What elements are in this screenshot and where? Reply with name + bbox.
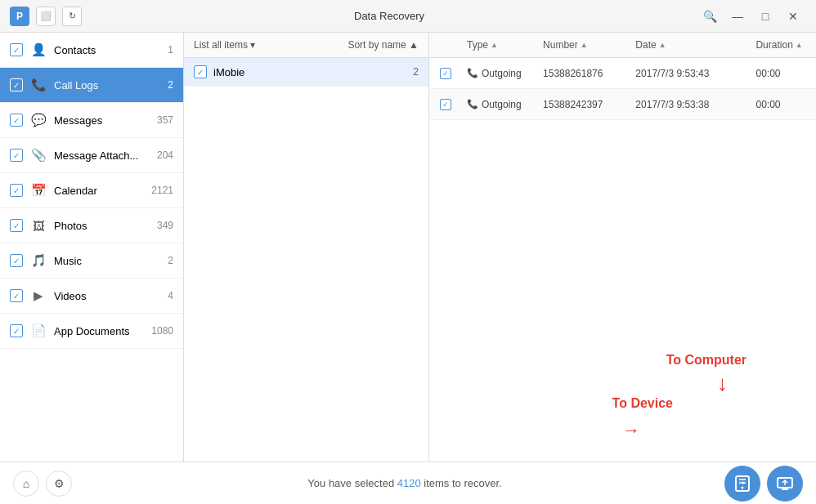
detail-header: Type ▲ Number ▲ Date ▲ Duration ▲ bbox=[429, 33, 816, 58]
sidebar-check-videos[interactable]: ✓ bbox=[10, 289, 23, 302]
sidebar-item-calendar[interactable]: ✓ 📅 Calendar 2121 bbox=[0, 173, 183, 208]
group-header[interactable]: List all items ▾ Sort by name ▲ bbox=[184, 33, 428, 58]
app-documents-icon: 📄 bbox=[29, 322, 47, 340]
list-all-items-label[interactable]: List all items ▾ bbox=[194, 39, 339, 51]
sidebar-count-call-logs: 2 bbox=[168, 79, 173, 91]
row2-duration: 00:00 bbox=[751, 94, 816, 115]
header-number-col[interactable]: Number ▲ bbox=[538, 33, 630, 57]
row1-date: 2017/7/3 9:53:43 bbox=[630, 63, 751, 84]
minimize-button[interactable]: — bbox=[724, 5, 751, 28]
row1-number: 15388261876 bbox=[538, 63, 630, 84]
number-sort-arrow: ▲ bbox=[581, 41, 588, 49]
group-panel: List all items ▾ Sort by name ▲ ✓ iMobie… bbox=[184, 33, 429, 462]
duration-sort-arrow: ▲ bbox=[796, 41, 803, 49]
sidebar-label-photos: Photos bbox=[54, 220, 157, 232]
row1-type: 📞 Outgoing bbox=[462, 63, 538, 84]
content-area: List all items ▾ Sort by name ▲ ✓ iMobie… bbox=[184, 33, 816, 462]
sidebar-check-photos[interactable]: ✓ bbox=[10, 219, 23, 232]
table-row[interactable]: ✓ 📞 Outgoing 15388242397 2017/7/3 9:53:3… bbox=[429, 89, 816, 120]
row1-check[interactable]: ✓ bbox=[429, 68, 462, 79]
sidebar-item-message-attach[interactable]: ✓ 📎 Message Attach... 204 bbox=[0, 138, 183, 173]
sort-by-name-label[interactable]: Sort by name ▲ bbox=[347, 39, 419, 51]
sidebar-label-music: Music bbox=[54, 255, 168, 267]
row2-check[interactable]: ✓ bbox=[429, 99, 462, 110]
sidebar-label-calendar: Calendar bbox=[54, 185, 151, 197]
sidebar-check-app-documents[interactable]: ✓ bbox=[10, 324, 23, 337]
music-icon: 🎵 bbox=[29, 252, 47, 270]
sidebar-check-message-attach[interactable]: ✓ bbox=[10, 149, 23, 162]
group-check-imobie[interactable]: ✓ bbox=[194, 65, 207, 78]
arrow-down-icon: ↓ bbox=[717, 371, 728, 396]
sidebar-label-message-attach: Message Attach... bbox=[54, 149, 157, 162]
row2-date: 2017/7/3 9:53:38 bbox=[630, 94, 751, 115]
row2-type: 📞 Outgoing bbox=[462, 94, 538, 115]
selected-count: 4120 bbox=[397, 477, 421, 489]
table-row[interactable]: ✓ 📞 Outgoing 15388261876 2017/7/3 9:53:4… bbox=[429, 58, 816, 89]
sidebar-item-music[interactable]: ✓ 🎵 Music 2 bbox=[0, 243, 183, 279]
outgoing-call-icon-2: 📞 bbox=[467, 99, 478, 109]
detail-panel: Type ▲ Number ▲ Date ▲ Duration ▲ bbox=[429, 33, 816, 462]
main-area: ✓ 👤 Contacts 1 ✓ 📞 Call Logs 2 ✓ 💬 Messa… bbox=[0, 33, 816, 462]
titlebar: P ⬜ ↻ Data Recovery 🔍 — □ ✕ bbox=[0, 0, 816, 33]
sidebar-count-message-attach: 204 bbox=[157, 149, 173, 161]
sidebar-item-videos[interactable]: ✓ ▶ Videos 4 bbox=[0, 279, 183, 314]
search-button[interactable]: 🔍 bbox=[697, 5, 723, 28]
row1-duration: 00:00 bbox=[751, 63, 816, 84]
sidebar-check-contacts[interactable]: ✓ bbox=[10, 43, 23, 56]
message-attach-icon: 📎 bbox=[29, 146, 47, 164]
to-device-button[interactable] bbox=[724, 466, 760, 502]
sidebar-check-calendar[interactable]: ✓ bbox=[10, 184, 23, 197]
group-item-imobie[interactable]: ✓ iMobie 2 bbox=[184, 58, 428, 87]
contacts-icon: 👤 bbox=[29, 41, 47, 59]
sidebar-label-app-documents: App Documents bbox=[54, 325, 151, 337]
sidebar-label-videos: Videos bbox=[54, 290, 168, 302]
sidebar-item-call-logs[interactable]: ✓ 📞 Call Logs 2 bbox=[0, 68, 183, 103]
arrow-right-icon: → bbox=[622, 420, 640, 441]
sidebar-check-music[interactable]: ✓ bbox=[10, 254, 23, 267]
footer: ⌂ ⚙ You have selected 4120 items to reco… bbox=[0, 462, 816, 504]
to-device-annotation: To Device bbox=[612, 396, 673, 411]
messages-icon: 💬 bbox=[29, 111, 47, 129]
maximize-button[interactable]: □ bbox=[752, 5, 778, 28]
row2-number: 15388242397 bbox=[538, 94, 630, 115]
group-count-imobie: 2 bbox=[413, 66, 419, 78]
calendar-icon: 📅 bbox=[29, 181, 47, 199]
sidebar-item-photos[interactable]: ✓ 🖼 Photos 349 bbox=[0, 208, 183, 243]
sidebar-check-messages[interactable]: ✓ bbox=[10, 114, 23, 127]
header-type-col[interactable]: Type ▲ bbox=[462, 33, 538, 57]
toolbar-icon-2[interactable]: ↻ bbox=[62, 7, 82, 26]
sidebar-item-app-documents[interactable]: ✓ 📄 App Documents 1080 bbox=[0, 314, 183, 349]
sidebar-item-contacts[interactable]: ✓ 👤 Contacts 1 bbox=[0, 33, 183, 68]
date-sort-arrow: ▲ bbox=[659, 41, 666, 49]
svg-point-1 bbox=[742, 486, 744, 488]
window-title: Data Recovery bbox=[82, 10, 697, 22]
to-computer-button[interactable] bbox=[767, 466, 803, 502]
sidebar-count-photos: 349 bbox=[157, 220, 173, 231]
sidebar: ✓ 👤 Contacts 1 ✓ 📞 Call Logs 2 ✓ 💬 Messa… bbox=[0, 33, 184, 462]
sidebar-label-call-logs: Call Logs bbox=[54, 79, 168, 91]
call-logs-icon: 📞 bbox=[29, 76, 47, 94]
videos-icon: ▶ bbox=[29, 287, 47, 305]
sidebar-count-contacts: 1 bbox=[168, 44, 173, 56]
group-label-imobie: iMobie bbox=[213, 66, 413, 78]
sidebar-count-videos: 4 bbox=[168, 290, 173, 301]
header-date-col[interactable]: Date ▲ bbox=[630, 33, 751, 57]
sidebar-label-contacts: Contacts bbox=[54, 44, 168, 56]
app-logo: P bbox=[10, 7, 29, 26]
sidebar-label-messages: Messages bbox=[54, 114, 157, 127]
header-duration-col[interactable]: Duration ▲ bbox=[751, 33, 816, 57]
close-button[interactable]: ✕ bbox=[780, 5, 806, 28]
sidebar-count-calendar: 2121 bbox=[151, 185, 173, 196]
type-sort-arrow: ▲ bbox=[491, 41, 498, 49]
toolbar-icon-1[interactable]: ⬜ bbox=[36, 7, 56, 26]
settings-button[interactable]: ⚙ bbox=[46, 471, 72, 497]
footer-status: You have selected 4120 items to recover. bbox=[85, 477, 724, 489]
sidebar-item-messages[interactable]: ✓ 💬 Messages 357 bbox=[0, 103, 183, 138]
footer-actions bbox=[724, 466, 803, 502]
sidebar-count-music: 2 bbox=[168, 255, 173, 266]
to-computer-annotation: To Computer bbox=[666, 353, 747, 368]
home-button[interactable]: ⌂ bbox=[13, 471, 39, 497]
photos-icon: 🖼 bbox=[29, 216, 47, 234]
sidebar-check-call-logs[interactable]: ✓ bbox=[10, 78, 23, 91]
outgoing-call-icon: 📞 bbox=[467, 68, 478, 78]
